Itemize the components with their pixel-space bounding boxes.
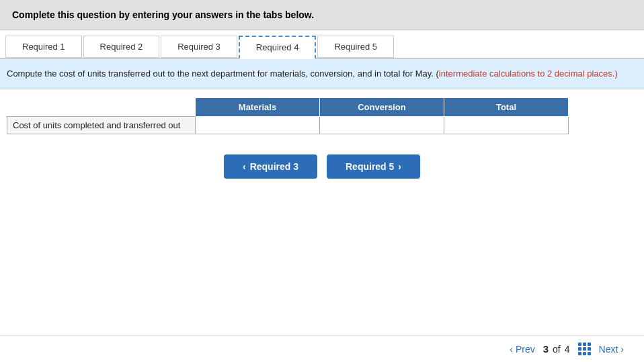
next-required-button[interactable]: Required 5 ›	[327, 154, 420, 179]
prev-chevron-icon: ‹	[243, 161, 246, 172]
prev-required-button[interactable]: ‹ Required 3	[224, 154, 317, 179]
tab-required-5[interactable]: Required 5	[317, 36, 394, 58]
tab-required-3[interactable]: Required 3	[161, 36, 237, 58]
tab-required-4[interactable]: Required 4	[239, 36, 317, 59]
prev-page-label: Prev	[516, 344, 535, 355]
total-pages: 4	[565, 344, 570, 355]
bottom-pagination-bar: ‹ Prev 3 of 4 Next ›	[0, 335, 644, 362]
conversion-input-cell[interactable]	[320, 116, 444, 134]
current-page-number: 3	[543, 343, 549, 355]
tabs-container: Required 1 Required 2 Required 3 Require…	[0, 30, 644, 59]
of-text: of	[553, 344, 561, 355]
tab-required-1[interactable]: Required 1	[5, 36, 82, 58]
pagination-info: 3 of 4	[543, 343, 570, 355]
nav-buttons-area: ‹ Required 3 Required 5 ›	[0, 142, 644, 191]
tab-required-2[interactable]: Required 2	[83, 36, 160, 58]
materials-input-cell[interactable]	[196, 116, 320, 134]
content-description: Compute the cost of units transferred ou…	[0, 59, 644, 89]
prev-chevron-icon: ‹	[510, 344, 513, 355]
table-wrapper: Materials Conversion Total Cost of units…	[0, 89, 644, 142]
col-header-materials: Materials	[196, 97, 320, 116]
prev-page-link[interactable]: ‹ Prev	[510, 344, 534, 355]
next-chevron-icon: ›	[620, 344, 624, 355]
prev-button-label: Required 3	[250, 161, 298, 172]
next-page-link[interactable]: Next ›	[599, 344, 624, 355]
next-button-label: Required 5	[346, 161, 394, 172]
cost-table: Materials Conversion Total Cost of units…	[7, 97, 569, 134]
instruction-text: Complete this question by entering your …	[12, 9, 314, 20]
next-page-label: Next	[599, 344, 618, 355]
conversion-input[interactable]	[320, 117, 444, 134]
instruction-bar: Complete this question by entering your …	[0, 0, 644, 30]
materials-input[interactable]	[196, 117, 319, 134]
row-label: Cost of units completed and transferred …	[7, 116, 196, 134]
grid-view-icon[interactable]	[578, 343, 591, 355]
col-header-conversion: Conversion	[320, 97, 444, 116]
pagination-area: ‹ Prev 3 of 4 Next ›	[510, 343, 624, 355]
col-header-total: Total	[444, 97, 569, 116]
total-input-cell[interactable]	[444, 116, 569, 134]
content-main-text: Compute the cost of units transferred ou…	[7, 69, 439, 79]
next-chevron-icon: ›	[398, 161, 401, 172]
table-row: Cost of units completed and transferred …	[7, 116, 569, 134]
total-input[interactable]	[444, 117, 568, 134]
content-sub-text: intermediate calculations to 2 decimal p…	[439, 69, 618, 79]
